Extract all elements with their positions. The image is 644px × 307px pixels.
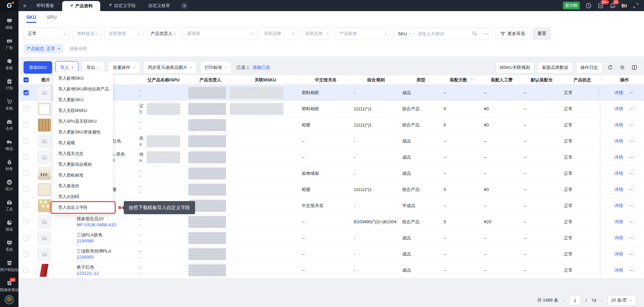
product-image[interactable] — [38, 264, 51, 277]
sidebar-item-12[interactable]: 用户初始化 — [0, 256, 18, 276]
detail-link[interactable]: 详情 — [614, 219, 623, 225]
detail-link[interactable]: 详情 — [614, 106, 623, 112]
more-actions-icon[interactable]: ··· — [629, 106, 635, 111]
detail-link[interactable]: 详情 — [614, 170, 623, 177]
collapse-menu-icon[interactable]: ≡ — [18, 2, 31, 9]
product-image[interactable] — [38, 199, 51, 213]
detail-link[interactable]: 详情 — [614, 154, 623, 160]
parent-spu-link[interactable]: - — [139, 93, 188, 99]
product-image[interactable] — [38, 86, 51, 100]
tab-即时看板[interactable]: 即时看板 — [31, 0, 60, 11]
sidebar-item-8[interactable]: 统计 — [0, 175, 18, 195]
tab-自定义枚举[interactable]: 自定义枚举 — [142, 2, 176, 9]
filter-select-5[interactable]: 全部品牌∨ — [259, 27, 298, 40]
product-image[interactable] — [38, 247, 51, 261]
sidebar-item-4[interactable]: 采购 — [0, 94, 18, 115]
new-feature-badge[interactable]: 新功能 — [563, 2, 580, 9]
sidebar-item-5[interactable]: 仓库 — [0, 115, 18, 135]
menu-item-12[interactable]: 导入自定义字段 — [53, 202, 113, 213]
filter-select-3[interactable]: 产品负责人∨ — [146, 27, 180, 40]
detail-link[interactable]: 详情 — [614, 235, 623, 241]
sidebar-item-1[interactable]: AD广告 — [0, 34, 18, 54]
row-checkbox[interactable] — [24, 122, 29, 127]
gear-icon[interactable] — [618, 63, 627, 72]
product-sku-link[interactable]: 123121~12 — [77, 270, 135, 276]
sidebar-item-0[interactable]: 销售 — [0, 14, 18, 34]
more-actions-icon[interactable]: ··· — [629, 252, 635, 257]
row-checkbox[interactable] — [24, 219, 29, 224]
detail-link[interactable]: 详情 — [614, 203, 623, 209]
row-checkbox[interactable] — [24, 171, 29, 176]
sidebar-item-10[interactable]: 报表 — [0, 216, 18, 236]
product-image[interactable] — [38, 183, 51, 196]
clear-selected-link[interactable]: 清除已选 — [253, 65, 270, 71]
more-actions-icon[interactable]: ··· — [629, 268, 635, 273]
next-page-icon[interactable]: › — [601, 298, 603, 303]
add-sku-button[interactable]: 添加SKU — [24, 61, 52, 74]
detail-link[interactable]: 详情 — [614, 122, 623, 128]
menu-item-9[interactable]: 导入质检标准 — [53, 170, 113, 181]
row-checkbox[interactable] — [24, 90, 29, 95]
row-checkbox[interactable] — [24, 252, 29, 257]
sidebar-item-11[interactable]: OS系统 — [0, 236, 18, 256]
more-actions-icon[interactable]: ··· — [629, 90, 635, 95]
user-avatar[interactable] — [5, 295, 14, 304]
menu-item-5[interactable]: 导入更新SKU变体属性 — [53, 127, 113, 138]
product-image[interactable] — [38, 135, 51, 148]
more-actions-icon[interactable]: ··· — [629, 155, 635, 160]
product-image[interactable] — [38, 118, 51, 132]
parent-spu-link[interactable]: - — [139, 222, 188, 228]
product-image[interactable] — [38, 215, 51, 229]
fullscreen-icon[interactable] — [633, 2, 639, 9]
page-size-select[interactable]: 20 条/页 ∨ — [607, 295, 636, 305]
reset-button[interactable]: 重置 — [533, 27, 551, 40]
toolbar-button-MSKU关联规则[interactable]: MSKU关联规则 — [495, 62, 534, 73]
app-logo[interactable]: G — [0, 0, 18, 11]
filter-select-4[interactable]: 请选择∨ — [183, 27, 257, 40]
add-tab-button[interactable]: + — [181, 2, 188, 9]
keyword-more-options[interactable]: ··· — [480, 31, 492, 36]
product-sku-link[interactable]: MF-USJK-0458-A10 — [77, 222, 135, 228]
refresh-icon[interactable] — [606, 63, 614, 72]
menu-item-0[interactable]: 导入新增SKU — [53, 73, 113, 84]
keyword-type-select[interactable]: SKU ∨ — [394, 31, 414, 36]
tab-自定义字段[interactable]: 自定义字段 — [102, 2, 142, 9]
more-actions-icon[interactable]: ··· — [629, 219, 635, 224]
sidebar-item-9[interactable]: 工具 — [0, 195, 18, 216]
task-list-icon[interactable]: 99+ — [597, 2, 604, 9]
parent-spu-link[interactable]: - — [139, 190, 188, 196]
sidebar-item-7[interactable]: $财务 — [0, 155, 18, 175]
row-checkbox[interactable] — [24, 203, 29, 208]
row-checkbox[interactable] — [24, 187, 29, 192]
product-sku-link[interactable]: 2230090 — [77, 238, 135, 244]
toolbar-button-刷新品类数据[interactable]: 刷新品类数据 — [538, 62, 573, 73]
row-checkbox[interactable] — [24, 106, 29, 111]
history-icon[interactable] — [585, 2, 592, 9]
row-checkbox[interactable] — [24, 139, 29, 144]
parent-spu-link[interactable]: - — [139, 254, 188, 260]
product-sku-link[interactable]: 2230093 — [77, 254, 135, 260]
sidebar-item-13[interactable]: qxj限继承测试 — [0, 276, 18, 296]
filter-select-7[interactable]: 产品标签∨ — [335, 27, 391, 40]
menu-item-1[interactable]: 导入新增SKU和供应商产品 — [53, 84, 113, 94]
more-actions-icon[interactable]: ··· — [629, 203, 635, 208]
parent-spu-link[interactable]: - — [139, 270, 188, 276]
menu-item-6[interactable]: 导入箱规 — [53, 138, 113, 148]
bell-icon[interactable]: 26 — [609, 2, 616, 9]
filter-select-1[interactable]: 资料状态∨ — [73, 27, 102, 40]
more-filters-button[interactable]: 更多筛选 — [495, 27, 530, 40]
product-image[interactable] — [38, 167, 51, 180]
row-checkbox[interactable] — [24, 235, 29, 240]
menu-item-4[interactable]: 导入SPU及关联SKU — [53, 116, 113, 127]
detail-link[interactable]: 详情 — [614, 138, 623, 144]
product-image[interactable] — [38, 102, 51, 116]
clear-all-link[interactable]: 清除全部 — [69, 46, 87, 52]
menu-item-7[interactable]: 导入报关信息 — [53, 148, 113, 159]
toolbar-button-打印标签[interactable]: 打印标签∨ — [200, 61, 232, 74]
keyword-input[interactable] — [414, 31, 469, 36]
detail-link[interactable]: 详情 — [614, 187, 623, 193]
filter-select-0[interactable]: 正常∨ — [24, 27, 70, 40]
detail-link[interactable]: 详情 — [614, 251, 623, 257]
more-actions-icon[interactable]: ··· — [629, 235, 635, 240]
product-sku-link[interactable]: K — [112, 157, 135, 163]
